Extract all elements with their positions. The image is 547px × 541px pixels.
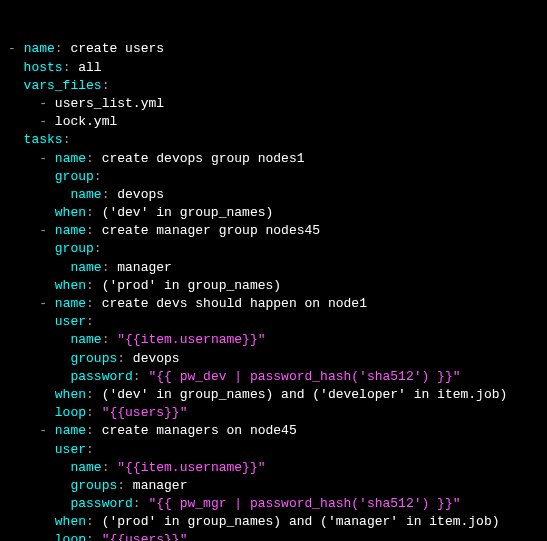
when-expr: ('prod' in group_names) xyxy=(102,278,281,293)
loop-value: "{{users}}" xyxy=(102,532,188,541)
task-name: create manager group nodes45 xyxy=(102,223,320,238)
user-name-value: "{{item.username}}" xyxy=(117,332,265,347)
key-when: when xyxy=(55,205,86,220)
key-when: when xyxy=(55,387,86,402)
key-name: name xyxy=(70,460,101,475)
task-name: create devs should happen on node1 xyxy=(102,296,367,311)
key-tasks: tasks xyxy=(24,132,63,147)
key-name: name xyxy=(55,296,86,311)
vars-file: users_list.yml xyxy=(55,96,164,111)
task-name: create managers on node45 xyxy=(102,423,297,438)
key-hosts: hosts xyxy=(24,60,63,75)
group-name-value: devops xyxy=(117,187,164,202)
play-name: create users xyxy=(70,41,164,56)
key-user: user xyxy=(55,314,86,329)
key-name: name xyxy=(24,41,55,56)
key-vars-files: vars_files xyxy=(24,78,102,93)
key-name: name xyxy=(55,223,86,238)
password-value: "{{ pw_dev | password_hash('sha512') }}" xyxy=(148,369,460,384)
vars-file: lock.yml xyxy=(55,114,117,129)
hosts-value: all xyxy=(78,60,101,75)
dash: - xyxy=(8,41,16,56)
groups-value: devops xyxy=(133,351,180,366)
key-loop: loop xyxy=(55,405,86,420)
when-expr: ('dev' in group_names) xyxy=(102,205,274,220)
key-name: name xyxy=(55,423,86,438)
code-block: - name: create users hosts: all vars_fil… xyxy=(8,40,539,541)
key-group: group xyxy=(55,241,94,256)
key-when: when xyxy=(55,514,86,529)
key-groups: groups xyxy=(70,478,117,493)
groups-value: manager xyxy=(133,478,188,493)
key-loop: loop xyxy=(55,532,86,541)
key-when: when xyxy=(55,278,86,293)
key-password: password xyxy=(70,496,132,511)
password-value: "{{ pw_mgr | password_hash('sha512') }}" xyxy=(148,496,460,511)
task-name: create devops group nodes1 xyxy=(102,151,305,166)
key-name: name xyxy=(55,151,86,166)
loop-value: "{{users}}" xyxy=(102,405,188,420)
group-name-value: manager xyxy=(117,260,172,275)
key-groups: groups xyxy=(70,351,117,366)
key-name: name xyxy=(70,187,101,202)
key-name: name xyxy=(70,332,101,347)
key-group: group xyxy=(55,169,94,184)
key-name: name xyxy=(70,260,101,275)
when-expr: ('dev' in group_names) and ('developer' … xyxy=(102,387,508,402)
when-expr: ('prod' in group_names) and ('manager' i… xyxy=(102,514,500,529)
key-user: user xyxy=(55,442,86,457)
user-name-value: "{{item.username}}" xyxy=(117,460,265,475)
key-password: password xyxy=(70,369,132,384)
